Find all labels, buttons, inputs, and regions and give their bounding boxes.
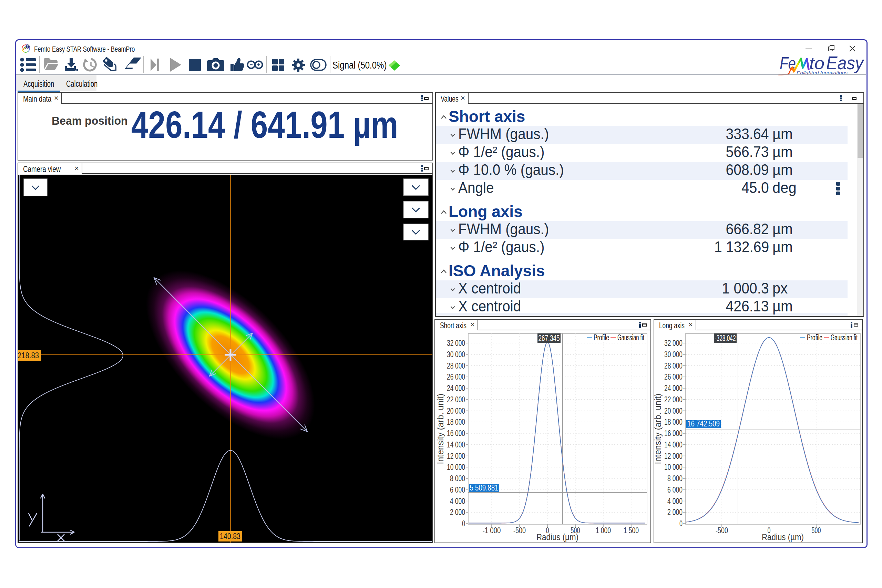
svg-text:14 000: 14 000 [447,440,465,449]
svg-text:16 742.509: 16 742.509 [687,419,720,428]
svg-text:24 000: 24 000 [447,384,465,393]
svg-text:-1 000: -1 000 [483,526,501,535]
svg-text:to: to [809,54,825,73]
svg-text:26 000: 26 000 [664,372,682,381]
svg-text:1 000: 1 000 [596,526,611,535]
svg-text:22 000: 22 000 [664,395,682,404]
svg-text:32 000: 32 000 [664,339,682,348]
svg-text:0: 0 [680,519,682,528]
svg-text:Radius (µm): Radius (µm) [762,532,804,542]
svg-text:0: 0 [462,519,465,528]
svg-text:18 000: 18 000 [447,417,465,426]
svg-text:T: T [27,45,28,49]
svg-text:4 000: 4 000 [450,497,465,506]
svg-text:-328.042: -328.042 [715,334,736,343]
svg-text:14 000: 14 000 [664,440,682,449]
svg-text:Easy: Easy [826,53,864,73]
svg-text:28 000: 28 000 [664,362,682,370]
svg-text:26 000: 26 000 [447,372,465,381]
svg-text:2 000: 2 000 [450,508,465,517]
svg-text:1 500: 1 500 [624,526,639,535]
svg-text:Intensity (arb. unit): Intensity (arb. unit) [654,394,663,464]
svg-text:8 000: 8 000 [450,474,465,483]
svg-text:6 000: 6 000 [668,485,682,494]
svg-text:Profile: Profile [594,333,609,342]
svg-text:267.345: 267.345 [538,334,560,343]
svg-text:20 000: 20 000 [447,406,465,416]
svg-text:-500: -500 [513,526,526,535]
svg-text:16 000: 16 000 [447,429,465,438]
svg-text:12 000: 12 000 [447,452,465,460]
svg-text:4 000: 4 000 [668,497,682,506]
svg-text:Gaussian fit: Gaussian fit [617,333,644,342]
svg-text:10 000: 10 000 [447,463,465,472]
svg-text:218.83: 218.83 [18,351,39,360]
svg-text:Intensity (arb. unit): Intensity (arb. unit) [435,394,445,464]
svg-text:8 000: 8 000 [668,474,682,483]
svg-text:28 000: 28 000 [447,362,465,370]
svg-text:500: 500 [812,526,821,535]
svg-text:20 000: 20 000 [664,406,682,416]
svg-text:24 000: 24 000 [664,384,682,393]
svg-text:-500: -500 [716,526,728,535]
svg-text:22 000: 22 000 [447,395,465,404]
svg-text:140.83: 140.83 [220,532,240,541]
svg-text:30 000: 30 000 [664,350,682,359]
svg-text:6 000: 6 000 [450,485,465,494]
svg-text:16 000: 16 000 [664,429,682,438]
svg-text:5 509.881: 5 509.881 [470,483,498,492]
svg-text:Gaussian fit: Gaussian fit [831,333,858,342]
svg-text:Profile: Profile [807,333,822,342]
svg-text:32 000: 32 000 [447,339,465,348]
svg-text:Radius (µm): Radius (µm) [536,532,579,542]
svg-text:10 000: 10 000 [664,463,682,472]
svg-text:30 000: 30 000 [447,350,465,359]
svg-text:2 000: 2 000 [668,508,682,517]
svg-text:12 000: 12 000 [664,452,682,460]
svg-text:18 000: 18 000 [664,417,682,426]
